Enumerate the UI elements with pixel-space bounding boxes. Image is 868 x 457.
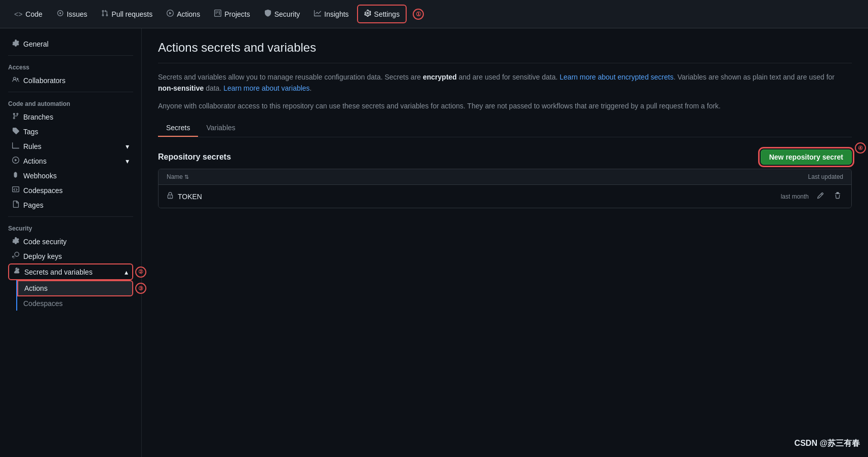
nav-issues[interactable]: Issues [51, 6, 93, 22]
nav-pull-requests[interactable]: Pull requests [95, 6, 159, 22]
section-header: Repository secrets New repository secret… [158, 149, 852, 165]
link-encrypted-secrets[interactable]: Learn more about encrypted secrets [560, 73, 674, 81]
code-security-icon [12, 237, 19, 246]
secrets-chevron-icon: ▴ [125, 268, 128, 276]
secrets-icon [13, 268, 20, 276]
top-navigation: <> Code Issues Pull requests Actions Pro… [0, 0, 868, 28]
rules-label: Rules [23, 142, 42, 150]
sidebar-item-webhooks[interactable]: Webhooks [8, 168, 133, 183]
sidebar: General Access Collaborators Code and au… [0, 28, 142, 457]
sidebar-sub-item-codespaces[interactable]: Codespaces [17, 296, 133, 311]
table-header: Name ⇅ Last updated [159, 169, 851, 185]
nav-projects[interactable]: Projects [208, 6, 256, 22]
description-paragraph-1: Secrets and variables allow you to manag… [158, 71, 852, 94]
secrets-table: Name ⇅ Last updated TOKEN last month [158, 169, 852, 208]
secret-name-cell: TOKEN [167, 192, 202, 201]
annotation-2: ② [135, 266, 146, 278]
desc1-text: Secrets and variables allow you to manag… [158, 73, 423, 81]
annotation-4: ④ [855, 142, 866, 154]
issues-icon [57, 10, 64, 18]
collaborators-label: Collaborators [23, 77, 65, 85]
desc1-cont: and are used for sensitive data. [457, 73, 560, 81]
general-label: General [23, 40, 49, 48]
new-repository-secret-button[interactable]: New repository secret [761, 149, 852, 165]
security-section-title: Security [8, 221, 133, 234]
sidebar-item-code-security[interactable]: Code security [8, 234, 133, 249]
actions-chevron-icon: ▾ [126, 157, 129, 165]
table-row: TOKEN last month [159, 185, 851, 208]
sidebar-sub-menu: Actions ③ Codespaces [16, 280, 133, 311]
code-icon: <> [14, 10, 22, 18]
svg-point-1 [59, 12, 61, 14]
desc1-bold: encrypted [423, 73, 457, 81]
sidebar-item-pages[interactable]: Pages [8, 198, 133, 212]
webhooks-icon [12, 171, 19, 180]
deploy-keys-icon [12, 252, 19, 260]
desc1-bold2: non-sensitive [158, 84, 204, 92]
tabs-container: Secrets Variables [158, 120, 852, 137]
codespaces-icon [12, 186, 19, 195]
projects-icon [214, 10, 221, 18]
sidebar-item-collaborators[interactable]: Collaborators [8, 73, 133, 88]
sidebar-item-secrets-variables[interactable]: Secrets and variables ▴ [9, 264, 132, 279]
sidebar-item-deploy-keys[interactable]: Deploy keys [8, 249, 133, 263]
pull-request-icon [101, 10, 108, 18]
codespaces-label: Codespaces [23, 186, 63, 195]
pages-label: Pages [23, 201, 44, 209]
nav-insights[interactable]: Insights [308, 6, 354, 22]
sidebar-divider-3 [8, 216, 133, 217]
tab-secrets[interactable]: Secrets [158, 120, 198, 137]
branches-icon [12, 112, 19, 121]
branches-label: Branches [23, 113, 53, 121]
code-security-label: Code security [23, 238, 67, 246]
token-name: TOKEN [178, 193, 202, 201]
pages-icon [12, 201, 19, 209]
col-name-header: Name ⇅ [167, 173, 189, 180]
rules-icon [12, 142, 19, 150]
nav-actions[interactable]: Actions [161, 6, 206, 22]
description-paragraph-2: Anyone with collaborator access to this … [158, 100, 852, 111]
annotation-3: ③ [135, 283, 146, 294]
settings-icon [364, 10, 371, 18]
link-variables[interactable]: Learn more about variables [223, 84, 309, 92]
last-updated-value: last month [781, 193, 809, 200]
nav-code[interactable]: <> Code [8, 6, 49, 22]
webhooks-label: Webhooks [23, 172, 57, 180]
nav-security[interactable]: Security [258, 6, 306, 22]
deploy-keys-label: Deploy keys [23, 252, 62, 260]
sidebar-item-branches[interactable]: Branches [8, 109, 133, 124]
sort-icon[interactable]: ⇅ [184, 174, 189, 180]
rules-chevron-icon: ▾ [126, 142, 129, 150]
nav-settings[interactable]: Settings [357, 5, 407, 23]
csdn-watermark: CSDN @苏三有春 [795, 438, 860, 449]
edit-secret-button[interactable] [815, 190, 826, 203]
tab-variables[interactable]: Variables [198, 120, 243, 137]
sidebar-divider-2 [8, 92, 133, 92]
actions-sidebar-label: Actions [23, 157, 47, 165]
actions-sub-label: Actions [24, 284, 48, 292]
annotation-1: ① [413, 9, 424, 20]
actions-sidebar-icon [12, 157, 19, 165]
secret-meta-cell: last month [781, 190, 843, 203]
page-layout: General Access Collaborators Code and au… [0, 28, 868, 457]
sidebar-item-actions[interactable]: Actions ▾ [8, 154, 133, 168]
sidebar-item-rules[interactable]: Rules ▾ [8, 139, 133, 154]
access-section-title: Access [8, 60, 133, 73]
code-automation-section-title: Code and automation [8, 96, 133, 109]
actions-icon [167, 10, 174, 18]
sidebar-item-codespaces[interactable]: Codespaces [8, 183, 133, 198]
codespaces-sub-label: Codespaces [23, 299, 63, 308]
tags-icon [12, 127, 19, 136]
collaborators-icon [12, 76, 19, 85]
sidebar-divider-1 [8, 55, 133, 56]
sidebar-sub-item-actions[interactable]: Actions ③ [17, 280, 133, 296]
page-title: Actions secrets and variables [158, 41, 852, 63]
col-last-updated-header: Last updated [808, 173, 843, 180]
section-title: Repository secrets [158, 153, 231, 162]
gear-icon [12, 40, 19, 48]
lock-icon [167, 192, 174, 201]
security-nav-icon [264, 10, 271, 18]
sidebar-item-general[interactable]: General [8, 36, 133, 51]
sidebar-item-tags[interactable]: Tags [8, 124, 133, 139]
delete-secret-button[interactable] [832, 190, 843, 203]
